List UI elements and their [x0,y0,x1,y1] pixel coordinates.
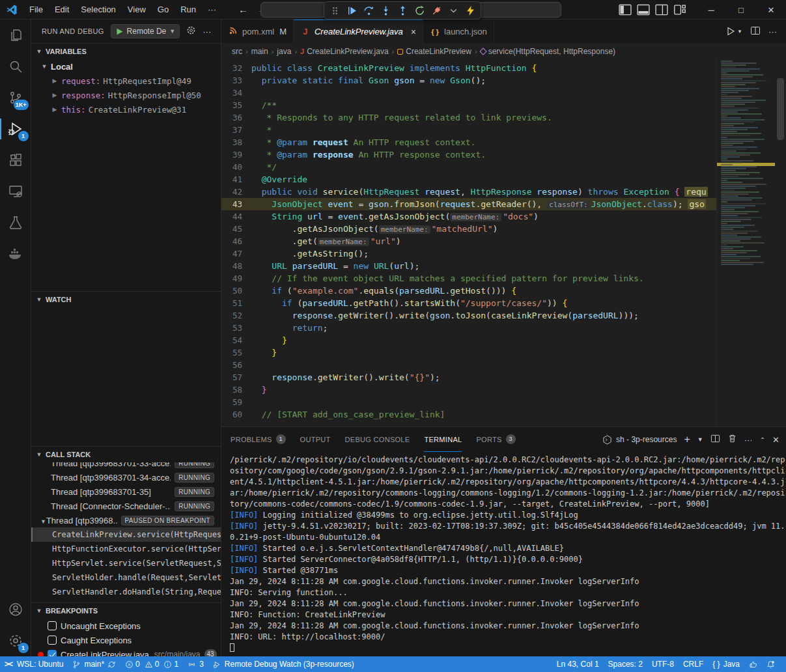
code-line[interactable]: 59 [221,396,716,408]
variable-row[interactable]: ▶request: HttpRequestImpl@49 [31,74,221,88]
new-terminal-icon[interactable]: + [684,434,690,445]
sidebar-more-actions-icon[interactable]: ··· [203,27,211,36]
variables-header[interactable]: ▼VARIABLES [31,44,221,59]
toggle-secondary-sidebar-icon[interactable] [654,3,669,17]
watch-header[interactable]: ▼WATCH [31,292,221,307]
menu-edit[interactable]: Edit [49,3,74,16]
debug-session-status[interactable]: Remote Debug Watch (3p-resources) [208,656,359,672]
debug-settings-gear-icon[interactable] [186,25,196,37]
hot-code-replace-button[interactable] [462,3,478,18]
code-line[interactable]: 44 String url = event.getAsJsonObject(me… [221,210,716,223]
call-stack-thread[interactable]: Thread [Connector-Scheduler-...RUNNING [31,499,221,513]
code-line[interactable]: 49 // If the event object URL matches a … [221,272,716,285]
breadcrumb-item[interactable]: src [232,47,242,56]
panel-tab-problems[interactable]: PROBLEMS1 [231,427,286,452]
terminal-output[interactable]: /pierrick/.m2/repository/io/cloudevents/… [221,452,786,656]
code-line[interactable]: 51 if (parsedURL.getPath().startsWith("/… [221,297,716,309]
panel-tab-output[interactable]: OUTPUT [300,427,331,452]
activity-testing-icon[interactable] [0,207,31,238]
activity-settings-gear-icon[interactable]: 1 [0,625,31,656]
continue-button[interactable] [344,3,359,18]
code-line[interactable]: 33 private static final Gson gson = new … [221,74,716,87]
split-editor-icon[interactable] [750,25,761,38]
launch-config-picker[interactable]: Remote De ▼ [111,24,180,38]
indentation-status[interactable]: Spaces: 2 [604,660,647,669]
tab-pom.xml[interactable]: pom.xmlM [221,20,294,43]
code-line[interactable]: 38 * @param request An HTTP request cont… [221,136,716,148]
ports-status[interactable]: 3 [183,656,208,672]
code-line[interactable]: 56 [221,359,716,371]
tab-launch.json[interactable]: { }launch.json [423,20,494,43]
menu-go[interactable]: Go [152,3,174,16]
activity-source-control-icon[interactable]: 1K+ [0,82,31,113]
code-line[interactable]: 32public class CreateLinkPreview impleme… [221,62,716,74]
maximize-panel-icon[interactable]: ⌃ [760,436,765,443]
notifications-bell-icon[interactable] [762,660,779,669]
code-line[interactable]: 47 .getAsString(); [221,247,716,260]
editor-scrollbar[interactable] [775,60,786,427]
activity-extensions-icon[interactable] [0,145,31,176]
restart-button[interactable] [412,3,427,18]
breakpoint-row[interactable]: CreateLinkPreview.javasrc/main/java43 [31,647,221,656]
stack-frame[interactable]: CreateLinkPreview.service(HttpReques [31,527,221,542]
breakpoint-checkbox[interactable] [48,650,57,656]
breakpoint-checkbox[interactable] [48,621,57,630]
disconnect-button[interactable] [428,3,444,18]
toggle-panel-icon[interactable] [636,3,651,17]
minimap[interactable] [716,60,775,427]
cursor-position[interactable]: Ln 43, Col 1 [552,660,604,669]
feedback-icon[interactable] [744,660,762,669]
stack-frame[interactable]: HttpServlet.service(ServletRequest,S [31,556,221,570]
breadcrumb-item[interactable]: CreateLinkPreview [397,47,471,56]
breadcrumb-item[interactable]: java [277,47,291,56]
variable-row[interactable]: ▶response: HttpResponseImpl@50 [31,88,221,102]
code-line[interactable]: 36 * Responds to any HTTP request relate… [221,111,716,124]
toggle-sidebar-icon[interactable] [618,3,632,17]
panel-tab-debug-console[interactable]: DEBUG CONSOLE [345,427,410,452]
breadcrumb-item[interactable]: main [251,47,268,56]
stack-frame[interactable]: HttpFunctionExecutor.service(HttpSer [31,542,221,556]
stack-frame[interactable]: ServletHolder.handle(Request,Servlet [31,570,221,585]
code-line[interactable]: 50 if ("example.com".equals(parsedURL.ge… [221,285,716,297]
kill-terminal-icon[interactable] [727,434,737,445]
code-line[interactable]: 60 // [START add_ons_case_preview_link] [221,408,716,421]
breadcrumb-item[interactable]: service(HttpRequest, HttpResponse) [481,47,615,56]
code-line[interactable]: 48 URL parsedURL = new URL(url); [221,260,716,272]
code-line[interactable]: 55 } [221,346,716,359]
variable-row[interactable]: ▶this: CreateLinkPreview@31 [31,102,221,117]
code-line[interactable]: 37 * [221,124,716,136]
code-line[interactable]: 35 /** [221,99,716,111]
problems-status[interactable]: 0 0 1 [120,656,183,672]
code-line[interactable]: 58 } [221,384,716,396]
code-line[interactable]: 39 * @param response An HTTP response co… [221,148,716,161]
split-terminal-icon[interactable] [710,434,720,445]
code-line[interactable]: 52 response.getWriter().write(gson.toJso… [221,309,716,322]
panel-more-actions-icon[interactable]: ··· [744,435,753,445]
back-arrow-icon[interactable]: ← [238,4,248,15]
step-over-button[interactable] [361,3,376,18]
menu-selection[interactable]: Selection [76,3,120,16]
step-out-button[interactable] [395,3,410,18]
activity-run-debug-icon[interactable]: 1 [0,113,31,145]
close-panel-icon[interactable]: ✕ [772,435,779,445]
code-line[interactable]: 54 } [221,334,716,346]
debug-toolbar-chevron-icon[interactable] [445,3,461,18]
panel-tab-terminal[interactable]: TERMINAL [424,427,462,452]
code-line[interactable]: 40 */ [221,161,716,173]
remote-indicator[interactable]: >< WSL: Ubuntu [0,656,68,672]
customize-layout-icon[interactable] [673,3,687,17]
breakpoints-header[interactable]: ▼BREAKPOINTS [31,603,221,619]
call-stack-thread[interactable]: Thread [qtp399683701-33-acce...RUNNING [31,462,221,470]
activity-remote-explorer-icon[interactable] [0,176,31,207]
breakpoint-row[interactable]: Caught Exceptions [31,633,221,647]
code-editor[interactable]: 32public class CreateLinkPreview impleme… [221,60,786,427]
code-line[interactable]: 46 .get(memberName:"url") [221,235,716,247]
call-stack-thread[interactable]: Thread [qtp399683701-34-acce...RUNNING [31,470,221,484]
tab-CreateLinkPreview.java[interactable]: JCreateLinkPreview.java× [294,20,423,43]
editor-more-actions-icon[interactable]: ··· [768,27,777,36]
activity-docker-icon[interactable] [0,238,31,270]
breakpoint-row[interactable]: Uncaught Exceptions [31,619,221,633]
activity-account-icon[interactable] [0,594,31,625]
encoding-status[interactable]: UTF-8 [647,660,679,669]
run-java-button[interactable]: ▼ [725,26,742,36]
